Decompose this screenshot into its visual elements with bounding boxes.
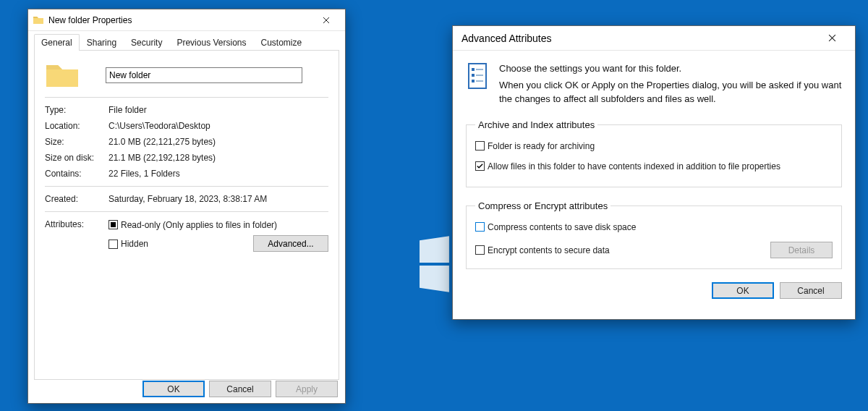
advanced-title: Advanced Attributes [461, 33, 817, 44]
svg-rect-9 [472, 80, 475, 82]
encrypt-label: Encrypt contents to secure data [488, 245, 610, 256]
advanced-buttons: OK Cancel [466, 282, 842, 308]
archive-label: Folder is ready for archiving [488, 140, 595, 152]
general-tab-panel: Type:File folder Location:C:\Users\Teodo… [34, 50, 339, 380]
advanced-button[interactable]: Advanced... [253, 235, 328, 252]
contains-value: 22 Files, 1 Folders [109, 169, 328, 179]
readonly-checkbox[interactable] [109, 220, 118, 229]
cancel-button[interactable]: Cancel [780, 282, 842, 299]
type-label: Type: [45, 105, 109, 115]
size-value: 21.0 MB (22,121,275 bytes) [109, 137, 328, 147]
ok-button[interactable]: OK [142, 381, 205, 397]
hidden-checkbox[interactable] [109, 240, 118, 249]
index-checkbox[interactable] [475, 161, 485, 171]
svg-rect-6 [476, 69, 483, 70]
attributes-label: Attributes: [45, 219, 109, 229]
properties-titlebar[interactable]: New folder Properties [28, 9, 345, 31]
svg-rect-7 [472, 74, 475, 77]
divider [45, 97, 328, 98]
compress-encrypt-legend: Compress or Encrypt attributes [475, 200, 610, 211]
index-label: Allow files in this folder to have conte… [488, 161, 780, 172]
folder-icon [33, 14, 44, 26]
advanced-intro: Choose the settings you want for this fo… [499, 62, 842, 106]
compress-checkbox[interactable] [475, 222, 485, 232]
size-on-disk-label: Size on disk: [45, 153, 109, 163]
contains-label: Contains: [45, 169, 109, 179]
tab-sharing[interactable]: Sharing [80, 34, 124, 51]
tab-general[interactable]: General [34, 34, 80, 51]
properties-dialog: New folder Properties General Sharing Se… [27, 9, 346, 404]
created-label: Created: [45, 194, 109, 204]
tab-previous-versions[interactable]: Previous Versions [169, 34, 253, 51]
folder-large-icon [45, 61, 80, 90]
divider [45, 186, 328, 187]
archive-index-legend: Archive and Index attributes [475, 119, 597, 130]
cancel-button[interactable]: Cancel [209, 381, 271, 397]
svg-rect-8 [476, 75, 483, 76]
encrypt-checkbox[interactable] [475, 245, 485, 255]
location-value: C:\Users\Teodora\Desktop [109, 121, 328, 131]
advanced-attributes-dialog: Advanced Attributes Choose the settings … [452, 25, 856, 320]
svg-rect-10 [476, 80, 483, 82]
advanced-titlebar[interactable]: Advanced Attributes [453, 26, 855, 51]
tabs: General Sharing Security Previous Versio… [28, 31, 345, 51]
divider [45, 211, 328, 212]
archive-index-group: Archive and Index attributes Folder is r… [466, 119, 842, 187]
svg-marker-2 [420, 266, 449, 292]
apply-button[interactable]: Apply [276, 381, 338, 397]
advanced-intro-line2: When you click OK or Apply on the Proper… [499, 79, 842, 106]
readonly-label: Read-only (Only applies to files in fold… [121, 219, 277, 231]
advanced-intro-line1: Choose the settings you want for this fo… [499, 62, 842, 76]
tab-security[interactable]: Security [124, 34, 169, 51]
tab-customize[interactable]: Customize [253, 34, 309, 51]
compress-encrypt-group: Compress or Encrypt attributes Compress … [466, 200, 842, 269]
close-button[interactable] [817, 29, 846, 48]
compress-label: Compress contents to save disk space [488, 221, 636, 233]
type-value: File folder [109, 105, 328, 115]
close-button[interactable] [312, 11, 341, 30]
svg-marker-0 [420, 236, 449, 263]
checklist-icon [466, 62, 489, 91]
archive-checkbox[interactable] [475, 141, 485, 151]
size-label: Size: [45, 137, 109, 147]
folder-name-input[interactable] [106, 67, 302, 83]
location-label: Location: [45, 121, 109, 131]
size-on-disk-value: 21.1 MB (22,192,128 bytes) [109, 153, 328, 163]
created-value: Saturday, February 18, 2023, 8:38:17 AM [109, 194, 328, 204]
details-button[interactable]: Details [770, 242, 833, 258]
properties-buttons: OK Cancel Apply [142, 381, 338, 397]
svg-rect-5 [472, 68, 475, 71]
properties-title: New folder Properties [48, 15, 312, 25]
ok-button[interactable]: OK [712, 282, 774, 299]
hidden-label: Hidden [121, 238, 148, 250]
